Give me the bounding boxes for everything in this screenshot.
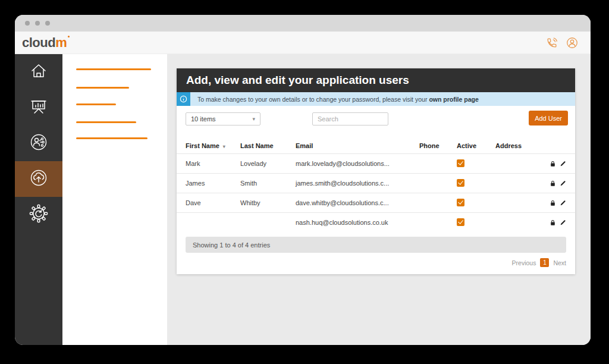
active-checkbox[interactable] <box>457 199 464 206</box>
profile-icon[interactable] <box>566 36 579 49</box>
phone-support-icon[interactable] <box>545 36 558 49</box>
window-dot-3[interactable] <box>45 21 50 26</box>
column-header-last-name[interactable]: Last Name <box>240 142 296 149</box>
cell-first-name: Mark <box>186 160 240 167</box>
edit-pencil-icon[interactable] <box>560 161 566 167</box>
lock-icon[interactable] <box>550 219 556 226</box>
nav-skeleton-line-2[interactable] <box>76 87 129 89</box>
cell-last-name: Smith <box>240 180 296 187</box>
users-card: Add, view and edit your application user… <box>177 68 575 274</box>
cell-email: mark.lovelady@cloudsolutions... <box>296 160 419 167</box>
cloudm-logo[interactable]: cloudm <box>22 35 67 51</box>
lock-icon[interactable] <box>550 161 556 167</box>
browser-window: cloudm <box>15 15 591 345</box>
nav-skeleton-line-3[interactable] <box>76 103 116 105</box>
lock-icon[interactable] <box>550 180 556 187</box>
nav-skeleton-line-4[interactable] <box>76 121 136 123</box>
sort-caret-icon: ▾ <box>223 144 225 149</box>
table-summary: Showing 1 to 4 of 4 entries <box>186 237 566 253</box>
active-checkbox[interactable] <box>457 159 464 167</box>
column-header-first-name[interactable]: First Name▾ <box>186 142 240 149</box>
logo-text-primary: cloud <box>22 35 55 50</box>
cell-first-name: Dave <box>186 199 240 206</box>
cloud-upload-icon <box>28 167 49 191</box>
table-header-row: First Name▾ Last Name Email Phone Active… <box>177 138 575 153</box>
add-user-button[interactable]: Add User <box>529 111 568 125</box>
next-page-button[interactable]: Next <box>553 259 566 266</box>
window-dot-2[interactable] <box>35 21 40 26</box>
info-banner: To make changes to your own details or t… <box>177 92 575 106</box>
search-input[interactable] <box>312 112 388 125</box>
gear-icon <box>28 203 49 227</box>
window-chrome-bar <box>15 15 591 32</box>
sidebar-item-settings[interactable] <box>15 197 62 233</box>
cell-last-name: Lovelady <box>240 160 296 167</box>
presentation-chart-icon <box>28 96 49 120</box>
table-controls: 10 items ▾ Add User <box>177 106 575 138</box>
cell-email: james.smith@cloudsolutions.c... <box>296 180 419 187</box>
page-title: Add, view and edit your application user… <box>177 68 575 92</box>
column-header-active[interactable]: Active <box>457 142 495 149</box>
app-header: cloudm <box>15 32 591 54</box>
cell-first-name: James <box>186 180 240 187</box>
current-page-button[interactable]: 1 <box>540 258 549 267</box>
sidebar-nav <box>15 54 62 345</box>
org-users-icon <box>28 131 49 155</box>
lock-icon[interactable] <box>550 200 556 206</box>
table-row[interactable]: Mark Lovelady mark.lovelady@cloudsolutio… <box>177 153 575 173</box>
previous-page-button[interactable]: Previous <box>512 259 536 266</box>
table-row[interactable]: Dave Whitby dave.whitby@cloudsolutions.c… <box>177 193 575 212</box>
nav-skeleton-line-1[interactable] <box>76 68 151 70</box>
own-profile-page-link[interactable]: own profile page <box>429 96 478 103</box>
nav-skeleton-line-5[interactable] <box>76 137 147 139</box>
edit-pencil-icon[interactable] <box>560 180 566 187</box>
pagination: Previous 1 Next <box>177 253 575 274</box>
edit-pencil-icon[interactable] <box>560 200 566 206</box>
window-dot-1[interactable] <box>25 21 30 26</box>
sidebar-item-reports[interactable] <box>15 90 62 125</box>
info-banner-text: To make changes to your own details or t… <box>190 92 575 106</box>
column-header-address[interactable]: Address <box>495 142 542 149</box>
table-row[interactable]: nash.huq@cloudsolutions.co.uk <box>177 212 575 232</box>
column-header-email[interactable]: Email <box>296 142 419 149</box>
active-checkbox[interactable] <box>457 179 464 187</box>
column-header-phone[interactable]: Phone <box>419 142 457 149</box>
sidebar-item-users[interactable] <box>15 125 62 161</box>
logo-dot <box>68 36 70 37</box>
active-checkbox[interactable] <box>457 218 464 226</box>
cell-last-name: Whitby <box>240 199 296 206</box>
sidebar-item-home[interactable] <box>15 54 62 90</box>
table-row[interactable]: James Smith james.smith@cloudsolutions.c… <box>177 173 575 193</box>
page-size-select[interactable]: 10 items ▾ <box>186 112 260 125</box>
sidebar-item-migrate[interactable] <box>15 161 62 197</box>
edit-pencil-icon[interactable] <box>560 219 566 226</box>
logo-text-accent: m <box>55 35 67 50</box>
secondary-nav-panel <box>62 54 167 345</box>
chevron-down-icon: ▾ <box>252 116 255 122</box>
home-icon <box>28 60 49 84</box>
cell-email: nash.huq@cloudsolutions.co.uk <box>296 219 419 226</box>
main-content-area: Add, view and edit your application user… <box>167 54 591 345</box>
info-icon <box>177 92 190 106</box>
cell-email: dave.whitby@cloudsolutions.c... <box>296 199 419 206</box>
